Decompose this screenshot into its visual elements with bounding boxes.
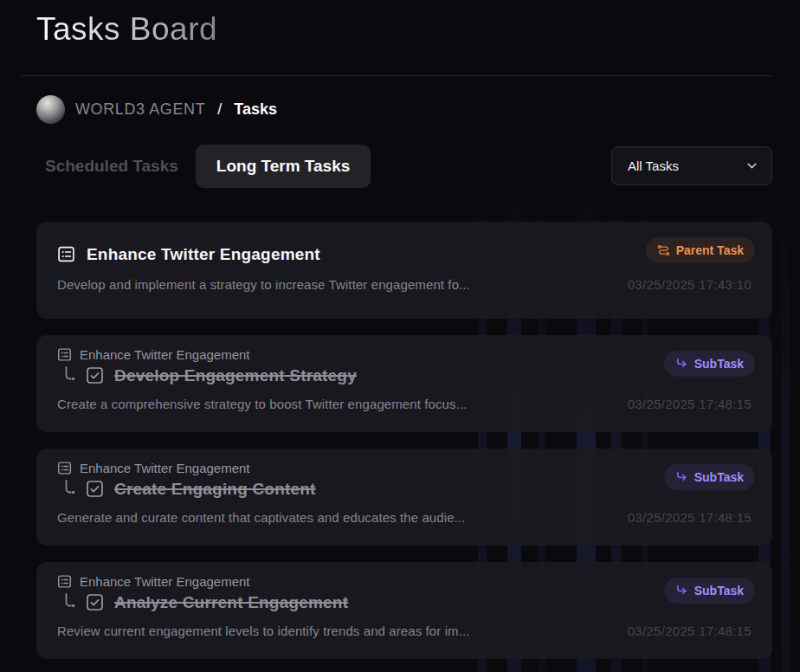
- subtask-title: Create Engaging Content: [114, 480, 316, 499]
- task-filter-dropdown[interactable]: All Tasks: [611, 146, 772, 185]
- task-meta-row: Generate and curate content that captiva…: [57, 510, 752, 525]
- task-description: Create a comprehensive strategy to boost…: [57, 397, 467, 411]
- header-divider: [21, 75, 772, 76]
- parent-task-reference: Enhance Twitter Engagement: [57, 461, 752, 475]
- parent-task-reference-label: Enhance Twitter Engagement: [80, 461, 250, 475]
- chevron-down-icon: [745, 158, 759, 173]
- agent-avatar: [36, 95, 65, 124]
- task-title: Enhance Twitter Engagement: [87, 245, 320, 264]
- subtask-line: Analyze Current Engagement: [63, 593, 752, 612]
- task-list-icon: [57, 574, 72, 589]
- tab-scheduled-tasks[interactable]: Scheduled Tasks: [36, 145, 187, 188]
- task-description: Develop and implement a strategy to incr…: [57, 277, 470, 292]
- task-filter-value: All Tasks: [628, 158, 679, 173]
- task-timestamp: 03/25/2025 17:43:10: [628, 277, 752, 292]
- subtask-line: Create Engaging Content: [63, 480, 752, 499]
- task-list-icon: [57, 347, 72, 362]
- task-card-parent[interactable]: Enhance Twitter Engagement Develop and i…: [36, 222, 772, 319]
- route-icon: [657, 243, 670, 256]
- tasks-board-page: Tasks Board WORLD3 AGENT / Tasks Schedul…: [0, 0, 800, 659]
- breadcrumb-agent-link[interactable]: WORLD3 AGENT: [75, 100, 205, 119]
- subtask-title: Develop Engagement Strategy: [114, 366, 357, 385]
- task-timestamp: 03/25/2025 17:48:15: [628, 510, 752, 525]
- breadcrumb-current: Tasks: [234, 100, 277, 119]
- subtask-badge-label: SubTask: [694, 470, 744, 484]
- task-meta-row: Develop and implement a strategy to incr…: [57, 277, 752, 292]
- task-meta-row: Review current engagement levels to iden…: [57, 624, 752, 638]
- breadcrumb: WORLD3 AGENT / Tasks: [36, 95, 772, 124]
- corner-down-right-icon: [675, 357, 688, 370]
- parent-task-badge: Parent Task: [646, 237, 755, 263]
- subtask-checkbox[interactable]: [87, 481, 103, 497]
- tree-elbow-icon: [63, 365, 78, 383]
- subtask-badge: SubTask: [664, 578, 755, 604]
- breadcrumb-separator: /: [217, 100, 222, 119]
- parent-task-reference-label: Enhance Twitter Engagement: [80, 347, 250, 362]
- task-timestamp: 03/25/2025 17:48:15: [628, 397, 752, 411]
- task-meta-row: Create a comprehensive strategy to boost…: [57, 397, 752, 411]
- task-description: Generate and curate content that captiva…: [57, 510, 465, 525]
- page-title: Tasks Board: [36, 11, 217, 48]
- task-card-subtask[interactable]: Enhance Twitter Engagement Analyze Curre…: [36, 562, 772, 659]
- corner-down-right-icon: [675, 584, 688, 597]
- task-timestamp: 03/25/2025 17:48:15: [628, 624, 752, 638]
- subtask-badge: SubTask: [664, 351, 755, 377]
- subtask-badge-label: SubTask: [694, 357, 744, 371]
- parent-task-badge-label: Parent Task: [676, 243, 744, 257]
- subtask-checkbox[interactable]: [87, 594, 103, 611]
- parent-task-reference: Enhance Twitter Engagement: [57, 574, 752, 589]
- task-card-list: Enhance Twitter Engagement Develop and i…: [36, 222, 772, 659]
- task-card-subtask[interactable]: Enhance Twitter Engagement Create Engagi…: [36, 449, 772, 546]
- task-list-icon: [57, 245, 75, 263]
- task-card-subtask[interactable]: Enhance Twitter Engagement Develop Engag…: [36, 335, 772, 432]
- subtask-title: Analyze Current Engagement: [114, 593, 348, 612]
- tab-long-term-tasks[interactable]: Long Term Tasks: [196, 145, 371, 188]
- tabs-row: Scheduled Tasks Long Term Tasks All Task…: [36, 145, 772, 188]
- subtask-checkbox[interactable]: [87, 367, 103, 384]
- task-description: Review current engagement levels to iden…: [57, 624, 470, 638]
- task-list-icon: [57, 461, 72, 475]
- tree-elbow-icon: [63, 592, 78, 610]
- tree-elbow-icon: [63, 479, 78, 496]
- corner-down-right-icon: [675, 470, 688, 483]
- subtask-badge-label: SubTask: [694, 584, 744, 598]
- subtask-badge: SubTask: [664, 464, 755, 490]
- subtask-line: Develop Engagement Strategy: [63, 366, 752, 385]
- parent-task-reference-label: Enhance Twitter Engagement: [80, 574, 250, 589]
- parent-task-reference: Enhance Twitter Engagement: [57, 347, 752, 362]
